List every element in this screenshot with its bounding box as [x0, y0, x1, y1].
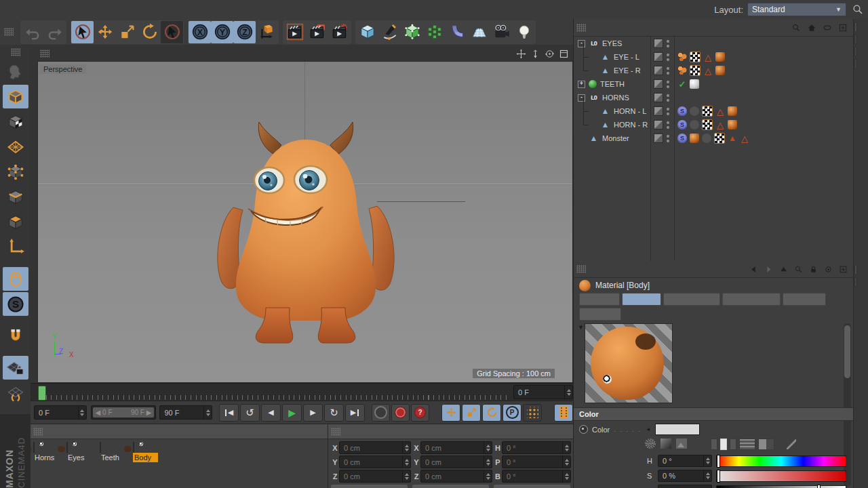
material-menu-texture[interactable]: [82, 430, 94, 433]
selo-tag-icon[interactable]: [715, 106, 725, 116]
menu-item-simulate[interactable]: [98, 8, 110, 11]
viewport-solo-button[interactable]: [3, 267, 28, 291]
goto-end-button[interactable]: ▶: [345, 404, 365, 422]
search-icon[interactable]: [791, 23, 801, 33]
add-deformer-button[interactable]: [446, 21, 468, 43]
viewport-menu-display[interactable]: [74, 52, 85, 55]
material-menu-create[interactable]: [45, 430, 58, 433]
preview-range-slider[interactable]: ◀ 0 F 90 F ▶: [91, 405, 157, 420]
object-axis-button[interactable]: [3, 235, 28, 259]
add-floor-button[interactable]: [468, 21, 490, 43]
layer-color-chip[interactable]: [654, 134, 663, 143]
panel-tab-structure[interactable]: [854, 58, 857, 69]
pan-view-icon[interactable]: [516, 49, 526, 59]
mato-tag-icon[interactable]: [728, 120, 737, 129]
key-rotation-button[interactable]: [482, 404, 501, 422]
record-active-objects-button[interactable]: [372, 404, 390, 422]
polygons-mode-button[interactable]: [3, 210, 28, 234]
model-mode-button[interactable]: [3, 85, 28, 108]
material-horns[interactable]: Horns: [33, 443, 58, 462]
add-spline-button[interactable]: [378, 21, 401, 43]
undo-button[interactable]: [21, 21, 43, 43]
attribute-menu-mode[interactable]: [589, 268, 601, 270]
goto-next-key-button[interactable]: ↻: [324, 404, 344, 422]
material-teeth[interactable]: Teeth: [100, 443, 125, 462]
uvw-tag-icon[interactable]: [714, 133, 725, 144]
tree-item-horn-r[interactable]: HORN - R: [574, 118, 853, 131]
position-field-item[interactable]: Y 0 cm: [331, 455, 411, 469]
stag-tag-icon[interactable]: [677, 134, 687, 143]
expand-triangle-icon[interactable]: ◄: [646, 426, 651, 432]
tab-reflectance[interactable]: [663, 293, 720, 306]
add-cube-button[interactable]: [356, 21, 378, 43]
tree-item-eyes[interactable]: - EYES: [574, 37, 853, 50]
menu-item-animate[interactable]: [85, 8, 98, 11]
hue-slider[interactable]: [716, 455, 846, 467]
goto-start-button[interactable]: ◀: [219, 404, 239, 422]
color-mode-hsv[interactable]: [720, 439, 727, 450]
add-light-button[interactable]: [513, 21, 535, 43]
menu-item-edit[interactable]: [12, 8, 24, 11]
lock-workplane-button[interactable]: [3, 356, 28, 380]
rotation-field-item[interactable]: P 0 °: [494, 455, 571, 469]
dim-tag-icon[interactable]: [690, 120, 699, 129]
stag-tag-icon[interactable]: [677, 106, 687, 116]
render-settings-button[interactable]: [328, 21, 351, 43]
menu-item-motion-tracker[interactable]: [134, 8, 146, 11]
layout-select[interactable]: Standard▼: [747, 3, 846, 16]
move-tool[interactable]: [94, 21, 116, 43]
range-end-field[interactable]: 90 F: [159, 405, 212, 420]
menu-item-mograph[interactable]: [146, 8, 159, 11]
value-slider[interactable]: [716, 485, 846, 488]
selo-tag-icon[interactable]: [715, 120, 725, 129]
parent-object-icon[interactable]: [779, 265, 788, 274]
edges-mode-button[interactable]: [3, 185, 28, 209]
compact-sliders-icon[interactable]: [739, 439, 755, 450]
lock-icon[interactable]: [809, 265, 818, 274]
attribute-menu-user-data[interactable]: [613, 268, 625, 270]
material-body[interactable]: Body: [133, 443, 158, 462]
snap-settings-button[interactable]: [3, 324, 28, 348]
tab-editor[interactable]: [783, 293, 826, 306]
mato-tag-icon[interactable]: [690, 134, 699, 143]
tree-item-eye-l[interactable]: EYE - L: [574, 50, 853, 64]
matw-tag-icon[interactable]: [690, 79, 699, 89]
key-parameter-button[interactable]: P: [502, 404, 521, 422]
workplane-mode-button[interactable]: [3, 135, 28, 159]
goto-next-frame-button[interactable]: ▶: [303, 404, 323, 422]
saturation-slider[interactable]: [716, 470, 846, 482]
menu-item-tools[interactable]: [49, 8, 61, 11]
check-tag-icon[interactable]: [677, 79, 687, 89]
panel-grip[interactable]: [331, 428, 340, 436]
panel-tab-attributes[interactable]: [854, 264, 857, 275]
uvw-tag-icon[interactable]: [702, 106, 713, 117]
panel-grip[interactable]: [576, 265, 586, 273]
live-selection-tool[interactable]: [71, 21, 94, 43]
objects-menu-objects[interactable]: [625, 26, 637, 29]
current-frame-field[interactable]: 0 F: [513, 385, 573, 399]
stag-tag-icon[interactable]: [677, 120, 687, 129]
panel-grip[interactable]: [4, 28, 14, 36]
dolly-view-icon[interactable]: [530, 49, 540, 59]
phong-tag-icon[interactable]: [677, 66, 687, 75]
visibility-dots[interactable]: [667, 108, 669, 115]
selo-tag-icon[interactable]: [740, 134, 749, 143]
menu-item-window[interactable]: [208, 8, 220, 11]
layer-color-chip[interactable]: [654, 52, 663, 62]
value-field[interactable]: [658, 485, 712, 488]
focus-icon[interactable]: [824, 265, 833, 274]
uvw-tag-icon[interactable]: [690, 65, 701, 76]
range-start-field[interactable]: 0 F: [34, 405, 87, 420]
goto-previous-key-button[interactable]: ↺: [240, 404, 260, 422]
new-panel-icon[interactable]: [839, 265, 848, 274]
tab-assign[interactable]: [579, 308, 621, 321]
tree-item-monster[interactable]: Monster: [574, 131, 853, 145]
tab-illumination[interactable]: [722, 293, 781, 306]
viewport-menu-cameras[interactable]: [63, 52, 74, 55]
lock-z-axis-button[interactable]: [233, 21, 256, 43]
tree-item-eye-r[interactable]: EYE - R: [574, 64, 853, 77]
color-mode-rgb[interactable]: [711, 439, 717, 450]
sels-tag-icon[interactable]: [728, 134, 737, 143]
uvw-tag-icon[interactable]: [690, 52, 701, 62]
timeline-playhead[interactable]: [38, 386, 46, 401]
